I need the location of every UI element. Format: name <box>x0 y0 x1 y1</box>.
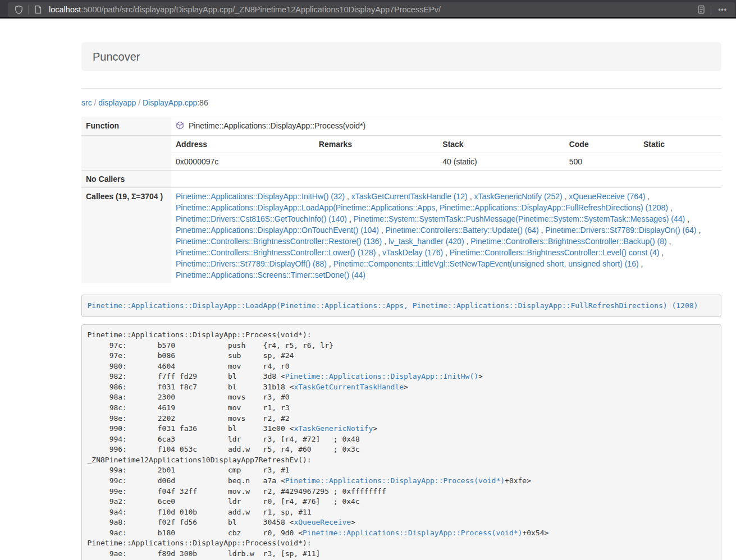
callee-separator: , <box>645 192 650 201</box>
callee-separator: , <box>468 192 474 201</box>
shield-icon[interactable] <box>11 3 26 16</box>
breadcrumb-separator: / <box>92 98 99 107</box>
callee-separator: , <box>327 259 333 268</box>
col-static: Static <box>639 136 721 153</box>
callee-separator: , <box>639 259 643 268</box>
breadcrumb-line-number: :86 <box>197 98 208 107</box>
highlighted-callee-link[interactable]: Pinetime::Applications::DisplayApp::Load… <box>88 301 698 310</box>
callee-link[interactable]: xQueueReceive (764) <box>569 192 645 201</box>
stats-header-row: Address Remarks Stack Code Static <box>171 136 721 153</box>
callee-link[interactable]: Pinetime::Drivers::St7789::DisplayOn() (… <box>545 226 696 235</box>
callee-link[interactable]: Pinetime::System::SystemTask::PushMessag… <box>354 214 685 223</box>
breadcrumb-link[interactable]: DisplayApp.cpp <box>143 98 197 107</box>
callee-link[interactable]: Pinetime::Drivers::Cst816S::GetTouchInfo… <box>176 214 347 223</box>
stats-row-label <box>81 136 171 171</box>
callee-separator: , <box>382 237 388 246</box>
callee-separator: , <box>667 237 671 246</box>
function-detail-table: Function Pinetime::Applications::Display… <box>81 117 721 283</box>
callees-cell: Pinetime::Applications::DisplayApp::Init… <box>171 188 721 284</box>
callee-separator: , <box>697 226 701 235</box>
stats-values-row: 0x0000097c 40 (static) 500 <box>171 153 721 171</box>
callee-separator: , <box>376 248 382 257</box>
callee-separator: , <box>443 248 450 257</box>
callee-link[interactable]: vTaskDelay (176) <box>382 248 443 257</box>
callee-separator: , <box>659 248 664 257</box>
stats-row: Address Remarks Stack Code Static 0x0000… <box>81 136 721 171</box>
callers-cell <box>171 171 721 188</box>
value-static <box>639 153 721 171</box>
callee-link[interactable]: xTaskGenericNotify (252) <box>474 192 562 201</box>
asm-symbol-link[interactable]: Pinetime::Applications::DisplayApp::Proc… <box>303 529 522 537</box>
asm-symbol-link[interactable]: Pinetime::Applications::DisplayApp::Proc… <box>285 476 505 485</box>
callee-link[interactable]: Pinetime::Controllers::BrightnessControl… <box>176 237 382 246</box>
callee-separator: , <box>464 237 471 246</box>
app-header: Puncover <box>81 42 721 71</box>
callee-link[interactable]: Pinetime::Controllers::BrightnessControl… <box>450 248 659 257</box>
callees-row: Callees (19, Σ=3704 ) Pinetime::Applicat… <box>81 188 721 284</box>
function-name-cell: Pinetime::Applications::DisplayApp::Proc… <box>171 117 721 136</box>
browser-chrome: localhost:5000/path/src/displayapp/Displ… <box>0 0 736 19</box>
url-bar-divider <box>28 5 29 15</box>
reader-mode-icon[interactable] <box>694 3 708 16</box>
callee-link[interactable]: lv_task_handler (420) <box>388 237 464 246</box>
address-input[interactable]: localhost:5000/path/src/displayapp/Displ… <box>49 5 694 14</box>
function-row-label: Function <box>81 117 171 136</box>
breadcrumb: src / displayapp / DisplayApp.cpp:86 <box>81 97 721 108</box>
highlighted-callee-box: Pinetime::Applications::DisplayApp::Load… <box>81 295 721 317</box>
col-stack: Stack <box>438 136 564 153</box>
callee-separator: , <box>668 203 673 212</box>
url-path: :5000/path/src/displayapp/DisplayApp.cpp… <box>81 5 441 14</box>
page-container: Puncover src / displayapp / DisplayApp.c… <box>81 19 721 560</box>
col-address: Address <box>171 136 314 153</box>
callee-separator: , <box>685 214 689 223</box>
url-bar[interactable]: localhost:5000/path/src/displayapp/Displ… <box>8 2 735 17</box>
page-actions-menu-icon[interactable]: ••• <box>714 6 732 13</box>
stats-table: Address Remarks Stack Code Static 0x0000… <box>171 136 721 170</box>
value-stack: 40 (static) <box>438 153 564 171</box>
asm-symbol-link[interactable]: xTaskGetCurrentTaskHandle <box>294 383 404 391</box>
callee-separator: , <box>563 192 569 201</box>
callee-link[interactable]: Pinetime::Controllers::Battery::Update()… <box>386 226 539 235</box>
callees-label: Callees (19, Σ=3704 ) <box>81 188 171 284</box>
cube-icon <box>176 122 184 131</box>
stats-cell: Address Remarks Stack Code Static 0x0000… <box>171 136 721 171</box>
asm-symbol-link[interactable]: Pinetime::Applications::DisplayApp::Init… <box>285 372 478 380</box>
callee-link[interactable]: Pinetime::Applications::DisplayApp::Load… <box>176 203 668 212</box>
callee-link[interactable]: Pinetime::Components::LittleVgl::SetNewT… <box>333 259 639 268</box>
callee-link[interactable]: Pinetime::Applications::DisplayApp::OnTo… <box>176 226 379 235</box>
asm-symbol-link[interactable]: xTaskGenericNotify <box>294 424 373 433</box>
col-code: Code <box>565 136 639 153</box>
callee-link[interactable]: Pinetime::Applications::DisplayApp::Init… <box>176 192 345 201</box>
callee-link[interactable]: Pinetime::Drivers::St7789::DisplayOff() … <box>176 259 327 268</box>
divider <box>81 88 721 89</box>
callers-label: No Callers <box>81 171 171 188</box>
callee-link[interactable]: Pinetime::Controllers::BrightnessControl… <box>470 237 666 246</box>
breadcrumb-link[interactable]: displayapp <box>98 98 136 107</box>
value-code: 500 <box>565 153 639 171</box>
breadcrumb-separator: / <box>136 98 143 107</box>
callee-separator: , <box>379 226 386 235</box>
callee-link[interactable]: Pinetime::Applications::Screens::Timer::… <box>176 270 365 279</box>
url-bar-divider <box>711 5 711 15</box>
value-address: 0x0000097c <box>171 153 314 171</box>
col-remarks: Remarks <box>314 136 438 153</box>
value-remarks <box>314 153 438 171</box>
function-row: Function Pinetime::Applications::Display… <box>81 117 721 136</box>
callers-row: No Callers <box>81 171 721 188</box>
assembly-listing: Pinetime::Applications::DisplayApp::Proc… <box>81 324 721 560</box>
callee-separator: , <box>347 214 354 223</box>
callee-separator: , <box>539 226 546 235</box>
function-name: Pinetime::Applications::DisplayApp::Proc… <box>189 121 365 130</box>
asm-symbol-link[interactable]: xQueueReceive <box>294 518 351 526</box>
callee-link[interactable]: xTaskGetCurrentTaskHandle (12) <box>351 192 468 201</box>
callee-link[interactable]: Pinetime::Controllers::BrightnessControl… <box>176 248 376 257</box>
breadcrumb-link[interactable]: src <box>81 98 92 107</box>
page-title: Puncover <box>93 49 710 64</box>
page-icon[interactable] <box>31 3 45 16</box>
callee-separator: , <box>345 192 351 201</box>
url-host: localhost <box>49 5 81 14</box>
